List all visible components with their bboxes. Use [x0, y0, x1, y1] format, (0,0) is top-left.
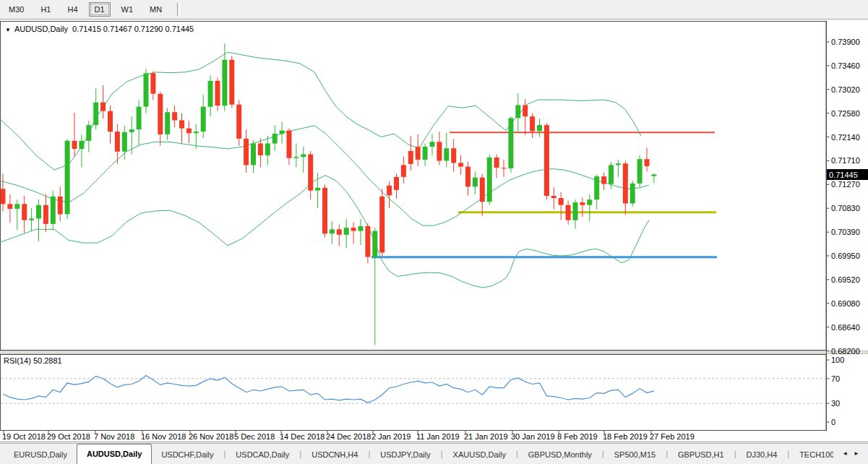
- tab-audusd-daily[interactable]: AUDUSD,Daily: [77, 444, 152, 464]
- candle-body: [365, 226, 370, 257]
- tab-xauusd-daily[interactable]: XAUUSD,Daily: [444, 446, 515, 464]
- candle-body: [344, 228, 349, 235]
- candle-body: [416, 147, 421, 160]
- tab-usdchf-daily[interactable]: USDCHF,Daily: [152, 446, 223, 464]
- candle-body: [601, 176, 606, 184]
- rsi-pane-frame: [1, 355, 827, 431]
- date-axis-label: 11 Jan 2019: [416, 432, 460, 441]
- candle-body: [150, 73, 155, 93]
- price-axis-label: 0.70390: [831, 228, 860, 236]
- price-axis-label: 0.72140: [831, 133, 860, 142]
- candle-body: [58, 197, 63, 215]
- candle-body: [530, 116, 535, 131]
- candle-body: [65, 141, 70, 215]
- date-axis-label: 30 Jan 2019: [511, 432, 555, 441]
- rsi-scale-label: 0: [831, 418, 835, 426]
- candle-body: [222, 60, 227, 106]
- chevron-down-icon[interactable]: ▼: [5, 27, 11, 33]
- candle-body: [258, 144, 263, 155]
- candle-body: [537, 125, 542, 131]
- price-axis-label: 0.71270: [831, 180, 860, 189]
- date-axis-label: 7 Nov 2018: [94, 432, 134, 441]
- candle-body: [287, 131, 292, 158]
- candle-body: [401, 165, 406, 176]
- candle-body: [122, 132, 127, 152]
- candle-body: [437, 142, 442, 160]
- candle-body: [587, 199, 592, 205]
- tab-scroll-right-icon[interactable]: ►: [851, 450, 862, 457]
- date-axis-label: 26 Nov 2018: [189, 432, 233, 441]
- candle-body: [36, 205, 41, 219]
- tab-eurusd-daily[interactable]: EURUSD,Daily: [4, 446, 77, 464]
- candle-body: [165, 112, 170, 134]
- candle-body: [272, 134, 278, 144]
- timeframe-toolbar: M30H1H4D1W1MN: [0, 0, 868, 20]
- candle-body: [594, 176, 599, 199]
- candle-body: [108, 111, 113, 132]
- candle-body: [265, 144, 270, 155]
- chart-window: 0.739000.734600.730200.725800.721400.717…: [0, 20, 868, 443]
- candle-body: [566, 205, 571, 220]
- candle-body: [115, 132, 120, 152]
- candle-body: [251, 144, 256, 166]
- tab-tech100-h1[interactable]: TECH100,H1: [790, 446, 833, 464]
- tab-scroll-left-icon[interactable]: ◄: [839, 450, 851, 457]
- candle-body: [293, 157, 298, 158]
- candle-body: [229, 60, 234, 105]
- candle-body: [372, 231, 377, 257]
- price-axis-label: 0.71710: [831, 156, 860, 165]
- candle-body: [358, 226, 364, 231]
- candle-body: [651, 175, 656, 176]
- candle-body: [387, 186, 392, 196]
- timeframe-button-h4[interactable]: H4: [61, 2, 83, 17]
- candle-body: [186, 129, 192, 134]
- tab-usdjpy-daily[interactable]: USDJPY,Daily: [371, 446, 440, 464]
- candle-body: [22, 204, 27, 220]
- price-axis-label: 0.69080: [831, 299, 860, 308]
- candle-body: [451, 148, 456, 163]
- tab-dj30-h4[interactable]: DJ30,H4: [736, 446, 786, 464]
- tab-gbpusd-monthly[interactable]: GBPUSD,Monthly: [519, 446, 601, 464]
- date-axis[interactable]: 19 Oct 201829 Oct 20187 Nov 201816 Nov 2…: [2, 431, 695, 441]
- tab-usdcnh-h4[interactable]: USDCNH,H4: [302, 446, 367, 464]
- timeframe-button-h1[interactable]: H1: [35, 2, 56, 17]
- rsi-scale-label: 30: [831, 399, 840, 408]
- tab-gbpusd-h1[interactable]: GBPUSD,H1: [669, 446, 734, 464]
- tab-scroll-arrows: ◄ ►: [833, 443, 868, 464]
- timeframe-button-d1[interactable]: D1: [89, 2, 111, 17]
- timeframe-button-w1[interactable]: W1: [116, 2, 139, 17]
- date-axis-label: 8 Feb 2019: [557, 432, 598, 441]
- mt4-window: { "toolbar": {"buttons": ["M30","H1","H4…: [0, 0, 868, 464]
- candle-body: [394, 177, 399, 190]
- candle-body: [465, 167, 470, 187]
- candle-body: [444, 148, 449, 160]
- candle-body: [144, 73, 149, 106]
- chart-surface[interactable]: 0.739000.734600.730200.725800.721400.717…: [0, 20, 868, 443]
- rsi-indicator-label: RSI(14) 50.2881: [4, 356, 62, 365]
- pane-splitter[interactable]: [0, 351, 868, 354]
- candle-body: [79, 141, 84, 149]
- candle-body: [322, 188, 327, 234]
- candle-body: [7, 204, 12, 209]
- candle-body: [637, 159, 643, 184]
- candle-body: [502, 168, 507, 168]
- candle-body: [458, 163, 463, 166]
- timeframe-button-mn[interactable]: MN: [144, 2, 168, 17]
- date-axis-label: 27 Feb 2019: [650, 432, 695, 441]
- main-pane-frame: [1, 22, 827, 351]
- timeframe-button-m30[interactable]: M30: [3, 2, 30, 17]
- candle-body: [630, 184, 635, 204]
- price-axis-label: 0.72580: [831, 109, 860, 118]
- candle-body: [172, 112, 177, 120]
- chart-title-symbol: AUDUSD,Daily: [14, 25, 68, 33]
- candle-body: [473, 178, 478, 187]
- price-axis-label: 0.69520: [831, 275, 860, 284]
- candle-body: [194, 132, 199, 133]
- rsi-scale-label: 70: [831, 374, 840, 383]
- date-axis-label: 18 Feb 2019: [603, 432, 648, 441]
- price-axis-label: 0.70830: [831, 204, 860, 212]
- tab-usdcad-daily[interactable]: USDCAD,Daily: [226, 446, 298, 464]
- price-axis-label: 0.73460: [831, 61, 860, 70]
- tab-sp500-m15[interactable]: SP500,M15: [605, 446, 665, 464]
- candle-body: [244, 139, 249, 166]
